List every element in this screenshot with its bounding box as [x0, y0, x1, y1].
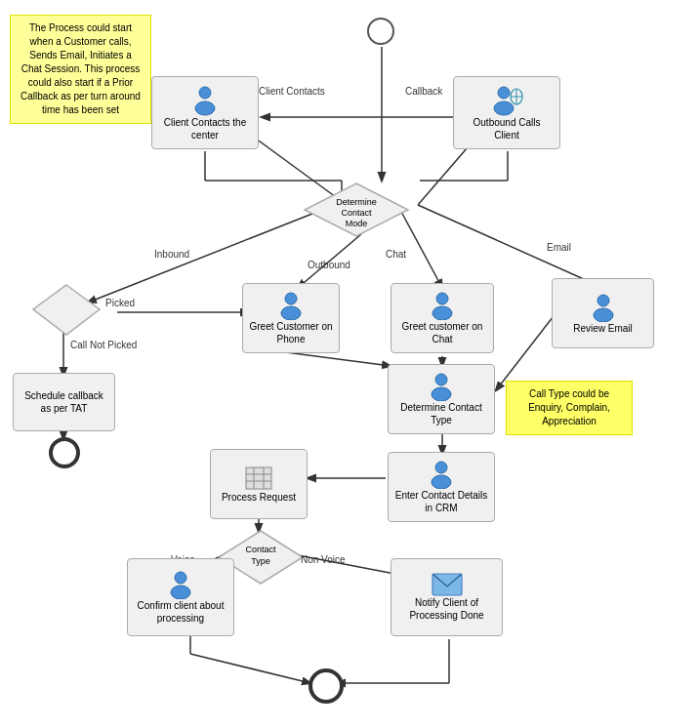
call-not-picked-label: Call Not Picked: [70, 340, 137, 350]
svg-text:Contact: Contact: [341, 208, 372, 218]
greet-phone-box: Greet Customer on Phone: [242, 283, 340, 353]
outbound-calls-label: Outbound Calls Client: [460, 116, 554, 142]
email-label: Email: [547, 242, 571, 253]
svg-text:Determine: Determine: [336, 197, 377, 207]
review-email-box: Review Email: [552, 278, 654, 348]
confirm-client-box: Confirm client about processing: [127, 558, 234, 636]
svg-text:Mode: Mode: [346, 219, 368, 228]
svg-point-47: [432, 387, 451, 401]
picked-label: Picked: [105, 298, 135, 308]
notify-client-label: Notify Client of Processing Done: [397, 596, 496, 622]
enter-contact-crm-box: Enter Contact Details in CRM: [388, 452, 495, 522]
svg-text:Type: Type: [251, 556, 270, 566]
callback-arrow-label: Callback: [405, 86, 442, 97]
svg-point-34: [498, 87, 510, 99]
determine-contact-type-box: Determine Contact Type: [388, 364, 495, 434]
schedule-callback-box: Schedule callback as per TAT: [13, 373, 115, 431]
client-contacts-arrow-label: Client Contacts: [259, 86, 325, 97]
determine-contact-type-label: Determine Contact Type: [394, 401, 488, 426]
outbound-label: Outbound: [308, 260, 350, 270]
greet-phone-label: Greet Customer on Phone: [249, 320, 333, 345]
svg-point-41: [281, 306, 301, 320]
notify-client-box: Notify Client of Processing Done: [391, 558, 503, 636]
svg-point-48: [435, 462, 447, 473]
svg-rect-50: [246, 467, 271, 489]
calltype-note: Call Type could be Enquiry, Complain, Ap…: [506, 381, 633, 435]
svg-marker-39: [33, 285, 100, 335]
svg-text:Contact: Contact: [245, 545, 276, 554]
callback-end-circle: [49, 437, 80, 468]
inbound-label: Inbound: [154, 249, 189, 260]
end-circle: [309, 668, 344, 704]
svg-point-44: [597, 295, 609, 306]
svg-point-42: [436, 293, 448, 304]
outbound-calls-box: Outbound Calls Client: [453, 76, 560, 149]
svg-point-49: [432, 475, 451, 489]
greet-chat-box: Greet customer on Chat: [391, 283, 494, 353]
enter-contact-crm-label: Enter Contact Details in CRM: [394, 489, 488, 514]
svg-point-35: [494, 101, 514, 115]
start-circle: [367, 18, 394, 45]
svg-point-59: [171, 586, 190, 599]
greet-chat-label: Greet customer on Chat: [397, 320, 487, 345]
svg-point-58: [175, 572, 186, 584]
determine-contact-mode-diamond: Determine Contact Mode: [303, 182, 410, 238]
svg-point-40: [285, 293, 297, 304]
svg-line-18: [496, 312, 556, 390]
svg-point-32: [199, 87, 211, 99]
svg-line-25: [190, 654, 310, 683]
chat-label: Chat: [386, 249, 406, 260]
svg-point-33: [195, 101, 215, 115]
svg-line-12: [418, 205, 603, 288]
confirm-client-label: Confirm client about processing: [134, 599, 227, 625]
svg-point-43: [432, 306, 452, 320]
client-contacts-box: Client Contacts the center: [151, 76, 259, 149]
start-note: The Process could start when a Customer …: [10, 15, 151, 124]
process-request-box: Process Request: [210, 449, 308, 519]
svg-line-16: [278, 351, 391, 366]
review-email-label: Review Email: [573, 322, 633, 335]
client-contacts-label: Client Contacts the center: [158, 116, 252, 142]
process-request-label: Process Request: [222, 491, 296, 504]
schedule-callback-label: Schedule callback as per TAT: [20, 389, 108, 415]
svg-point-46: [435, 374, 447, 385]
svg-point-45: [594, 308, 613, 322]
flowchart: The Process could start when a Customer …: [0, 0, 700, 728]
non-voice-label: Non Voice: [301, 554, 346, 565]
picked-diamond: [31, 283, 102, 337]
